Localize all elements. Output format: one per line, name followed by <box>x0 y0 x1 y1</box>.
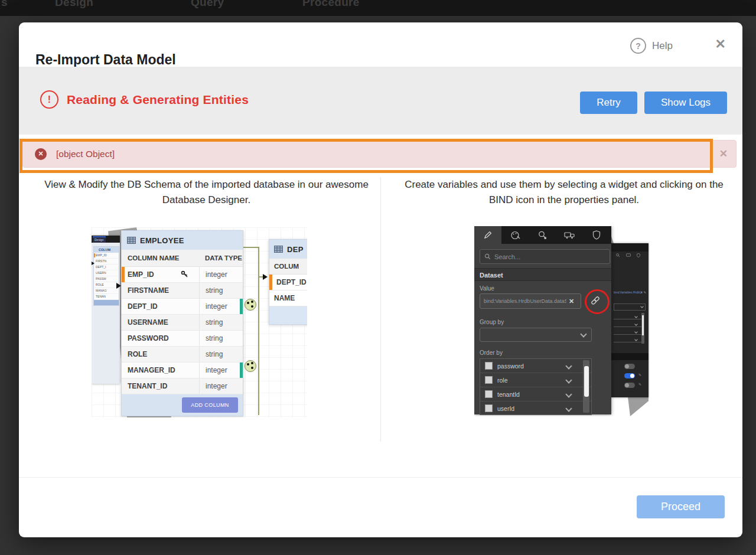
bind-description: Create variables and use them by selecti… <box>397 177 731 208</box>
menu-query: Query <box>191 0 224 9</box>
department-table: DEP COLUM DEPT_ID NAME <box>269 239 307 325</box>
bind-preview-image: bind:Variables.HrdbUserData.dataSet ✕ ✎ … <box>474 226 650 416</box>
relation-bar <box>240 299 243 314</box>
table-row: PASSWORD string <box>122 331 243 347</box>
designer-description: View & Modify the DB Schema of the impor… <box>37 177 376 208</box>
mini-toggle-on <box>624 373 635 378</box>
reimport-dialog: Re-Import Data Model ? Help ✕ ! Reading … <box>19 22 742 537</box>
employee-table-header: EMPLOYEE <box>122 231 243 250</box>
checkbox-icon <box>485 376 493 384</box>
pencil-icon <box>483 230 493 240</box>
truck-icon <box>564 231 575 239</box>
add-column-button: ADD COLUMN <box>182 397 238 413</box>
shield-icon <box>592 230 601 240</box>
list-item: userId <box>480 401 591 415</box>
list-item: tenantId <box>480 387 591 401</box>
key-bar <box>269 275 272 290</box>
mini-row: PASSW <box>94 276 119 282</box>
footer-divider <box>19 477 742 478</box>
department-table-footer <box>269 306 307 324</box>
mini-relation-arrow-icon <box>92 262 94 265</box>
mini-table-header: COLUM <box>94 247 119 253</box>
retry-button[interactable]: Retry <box>580 92 637 114</box>
mini-employee-table: COLUM EMP_ID FIRSTN DEPT_I USERN PASSW R… <box>93 246 119 306</box>
table-row: MANAGER_ID integer <box>122 363 243 378</box>
relation-line <box>242 247 258 248</box>
group-by-label: Group by <box>480 319 504 325</box>
checkbox-icon <box>485 404 493 412</box>
app-topbar: s Design Query Procedure <box>0 0 756 16</box>
menu-procedure: Procedure <box>302 0 360 9</box>
error-message: [object Object] <box>56 149 115 159</box>
table-row: TENANT_ID integer <box>122 378 243 394</box>
mini-row: EMP_ID <box>94 253 119 259</box>
checkbox-icon <box>485 362 493 370</box>
clear-icon: ✕ <box>569 298 574 305</box>
scrollbar <box>583 360 589 413</box>
table-row: EMP_ID integer <box>122 267 243 283</box>
table-grid-icon <box>127 237 136 244</box>
column-divider <box>380 177 381 442</box>
table-row: DEPT_ID integer <box>122 299 243 315</box>
status-title: Reading & Generating Entities <box>67 93 249 107</box>
proceed-button[interactable]: Proceed <box>637 495 725 518</box>
mini-row: ROLE <box>94 282 119 288</box>
value-label: Value <box>480 285 494 292</box>
error-exclamation-icon: ! <box>40 90 58 109</box>
search-icon <box>484 253 491 260</box>
table-row: USERNAME string <box>122 315 243 331</box>
bind-properties-panel: Search... Dataset Value bind:Variables.H… <box>474 226 611 414</box>
checkbox-icon <box>485 390 493 398</box>
employee-rows: EMP_ID integer FIRSTNAME string DEPT_ID … <box>122 267 243 394</box>
chevron-down-icon <box>565 363 572 369</box>
help-button[interactable]: ? Help <box>630 38 673 54</box>
error-circle-x-icon: ✕ <box>35 148 47 160</box>
close-icon[interactable]: ✕ <box>715 37 726 52</box>
relation-bar <box>240 363 243 378</box>
help-icon: ? <box>630 38 646 54</box>
panel-search-input: Search... <box>480 249 610 264</box>
value-text: bind:Variables.HrdbUserData.dataSet <box>480 298 566 304</box>
department-column-header: COLUM <box>269 259 307 275</box>
employee-table: EMPLOYEE COLUMN NAME DATA TYPE EMP_ID in… <box>121 230 243 416</box>
chevron-down-icon <box>580 331 586 337</box>
style-pencil-tab <box>474 226 501 244</box>
relation-line <box>258 247 259 415</box>
banner-dismiss-icon[interactable]: ✕ <box>719 148 728 160</box>
search-placeholder: Search... <box>494 253 520 260</box>
designer-mini-screenshot: Design COLUM EMP_ID FIRSTN DEPT_I USERN … <box>92 236 120 384</box>
palette-icon <box>510 231 520 240</box>
chevron-down-icon <box>565 391 572 397</box>
department-table-header: DEP <box>269 240 307 259</box>
mini-bind-value: bind:Variables.HrdbUserData.dataSet <box>614 290 642 294</box>
bind-icon-annotation-circle <box>585 289 610 314</box>
employee-column-headers: COLUMN NAME DATA TYPE <box>122 250 243 267</box>
table-row: FIRSTNAME string <box>122 283 243 299</box>
list-item: role <box>480 373 591 387</box>
data-tab <box>556 226 583 244</box>
settings-search-tab <box>529 226 556 244</box>
relation-arrow-icon <box>116 283 121 289</box>
chevron-down-icon <box>565 377 572 383</box>
mini-toggle <box>624 383 635 388</box>
key-bar <box>122 267 125 282</box>
mini-row: DEPT_I <box>94 265 119 270</box>
show-logs-button[interactable]: Show Logs <box>644 92 727 114</box>
relation-connector-icon <box>245 360 256 372</box>
security-tab <box>583 226 610 244</box>
table-row: DEPT_ID <box>269 275 307 290</box>
list-item: password <box>480 359 591 373</box>
error-banner: ✕ [object Object] ✕ <box>22 140 737 168</box>
order-by-list: password role tenantId <box>480 358 592 415</box>
panel-tabbar <box>474 226 611 244</box>
dialog-title: Re-Import Data Model <box>35 52 176 68</box>
dataset-section-label: Dataset <box>474 268 611 281</box>
mini-design-tab: Design <box>93 236 106 243</box>
employee-table-footer: ADD COLUMN <box>122 394 243 416</box>
bind-mini-screenshot: bind:Variables.HrdbUserData.dataSet ✕ ✎ … <box>611 243 649 397</box>
employee-table-title: EMPLOYEE <box>140 236 184 245</box>
mini-row: TENAN <box>94 294 119 300</box>
value-input: bind:Variables.HrdbUserData.dataSet ✕ <box>480 293 581 309</box>
order-by-label: Order by <box>480 350 503 356</box>
table-row: ROLE string <box>122 347 243 363</box>
